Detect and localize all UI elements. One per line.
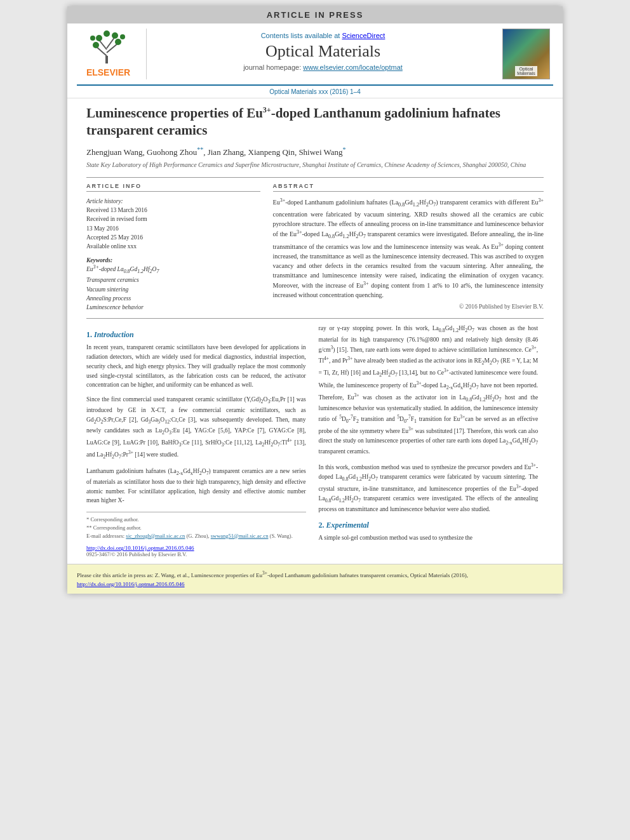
- intro-para-1: In recent years, transparent ceramic sci…: [86, 343, 306, 390]
- elsevier-logo: ELSEVIER: [77, 29, 147, 79]
- doi-footer: http://dx.doi.org/10.1016/j.optmat.2016.…: [86, 545, 306, 551]
- doi-line: Optical Materials xxx (2016) 1–4: [67, 86, 563, 98]
- right-para-1: ray or γ-ray stopping power. In this wor…: [319, 324, 539, 457]
- cover-label: OpticalMaterials: [515, 66, 537, 76]
- journal-title: Optical Materials: [153, 42, 493, 61]
- keyword-2: Transparent ceramics: [86, 276, 260, 284]
- intro-label: Introduction: [94, 330, 134, 339]
- article-title: Luminescence properties of Eu3+-doped La…: [86, 105, 544, 140]
- homepage-text: journal homepage:: [243, 63, 301, 71]
- sciencedirect-anchor[interactable]: ScienceDirect: [342, 32, 385, 39]
- abstract-text: Eu3+-doped Lanthanum gadolinium hafnates…: [273, 197, 544, 300]
- experimental-label: Experimental: [326, 521, 369, 530]
- footnote-star-star: ** Corresponding author.: [86, 524, 306, 532]
- elsevier-tree-icon: [83, 30, 134, 65]
- intro-heading: 1. Introduction: [86, 330, 306, 340]
- divider-1: [86, 177, 544, 178]
- citation-bar: Please cite this article in press as: Z.…: [67, 564, 563, 594]
- authors-line: Zhengjuan Wang, Guohong Zhou**, Jian Zha…: [86, 146, 544, 157]
- article-in-press-banner: ARTICLE IN PRESS: [67, 6, 563, 23]
- article-body: Luminescence properties of Eu3+-doped La…: [67, 98, 563, 564]
- intro-number: 1.: [86, 330, 92, 339]
- keyword-1: Eu3+-doped La0.8Gd1.2Hf2O7: [86, 263, 260, 276]
- keyword-4: Annealing process: [86, 294, 260, 303]
- main-body: 1. Introduction In recent years, transpa…: [86, 324, 544, 557]
- experimental-number: 2.: [319, 521, 325, 530]
- title-part1: Luminescence properties of Eu: [86, 105, 263, 121]
- divider-2: [86, 318, 544, 319]
- author-double-star: **: [197, 146, 203, 153]
- available-online: Available online xxx: [86, 242, 260, 251]
- article-info-col: ARTICLE INFO Article history: Received 1…: [86, 183, 260, 312]
- accepted-date: Accepted 25 May 2016: [86, 233, 260, 242]
- svg-point-5: [93, 42, 99, 48]
- experimental-para-1: A simple sol-gel combustion method was u…: [319, 533, 539, 543]
- article-info-label: ARTICLE INFO: [86, 183, 260, 192]
- svg-point-9: [104, 30, 110, 37]
- abstract-label: ABSTRACT: [273, 183, 544, 192]
- affiliation: State Key Laboratory of High Performance…: [86, 161, 544, 170]
- keywords-section: Keywords: Eu3+-doped La0.8Gd1.2Hf2O7 Tra…: [86, 257, 260, 312]
- banner-text: ARTICLE IN PRESS: [267, 10, 364, 20]
- elsevier-label: ELSEVIER: [86, 67, 130, 77]
- right-para-2: In this work, combustion method was used…: [319, 462, 539, 514]
- body-right-col: ray or γ-ray stopping power. In this wor…: [319, 324, 539, 557]
- article-info-abstract: ARTICLE INFO Article history: Received 1…: [86, 183, 544, 312]
- svg-line-3: [99, 40, 107, 50]
- email2-name: (S. Wang).: [270, 533, 293, 539]
- intro-para-2: Since the first commercial used transpar…: [86, 395, 306, 462]
- email-1-link[interactable]: sic_zhough@mail.sic.ac.cn: [126, 533, 185, 539]
- journal-center: Contents lists available at ScienceDirec…: [147, 29, 499, 79]
- contents-text: Contents lists available at: [261, 32, 340, 39]
- author-names: Zhengjuan Wang, Guohong Zhou: [86, 147, 197, 157]
- keyword-3: Vacuum sintering: [86, 285, 260, 294]
- journal-cover: OpticalMaterials: [499, 29, 553, 79]
- intro-para-3: Lanthanum gadolinium hafnates (La2-xGdxH…: [86, 467, 306, 505]
- experimental-heading: 2. Experimental: [319, 521, 539, 530]
- footnote-star: * Corresponding author.: [86, 516, 306, 524]
- homepage-url[interactable]: www.elsevier.com/locate/optmat: [303, 63, 403, 71]
- revised-date: 13 May 2016: [86, 224, 260, 233]
- body-left-col: 1. Introduction In recent years, transpa…: [86, 324, 306, 557]
- cover-image: OpticalMaterials: [502, 29, 550, 79]
- copyright: © 2016 Published by Elsevier B.V.: [273, 303, 544, 310]
- svg-point-8: [112, 32, 118, 39]
- svg-point-7: [96, 35, 102, 41]
- publisher-line: 0925-3467/© 2016 Published by Elsevier B…: [86, 551, 306, 557]
- email-label: E-mail addresses:: [86, 533, 124, 539]
- email1-name: (G. Zhou),: [187, 533, 210, 539]
- abstract-col: ABSTRACT Eu3+-doped Lanthanum gadolinium…: [273, 183, 544, 312]
- page: ARTICLE IN PRESS ELSEVIER: [67, 6, 563, 594]
- citation-doi-link[interactable]: http://dx.doi.org/10.1016/j.optmat.2016.…: [77, 581, 185, 587]
- svg-point-11: [120, 34, 125, 39]
- citation-text: Please cite this article in press as: Z.…: [77, 572, 468, 587]
- received-date: Received 13 March 2016: [86, 206, 260, 215]
- footnotes: * Corresponding author. ** Corresponding…: [86, 512, 306, 540]
- author-star: *: [343, 146, 346, 153]
- keyword-5: Luminescence behavior: [86, 303, 260, 312]
- footnote-email: E-mail addresses: sic_zhough@mail.sic.ac…: [86, 532, 306, 540]
- svg-line-2: [107, 43, 118, 53]
- article-history: Article history: Received 13 March 2016 …: [86, 197, 260, 251]
- email-2-link[interactable]: swwang51@mail.sic.ac.cn: [211, 533, 269, 539]
- author-names-rest: , Jian Zhang, Xianpeng Qin, Shiwei Wang: [203, 147, 342, 157]
- doi-link[interactable]: http://dx.doi.org/10.1016/j.optmat.2016.…: [86, 545, 194, 551]
- keywords-label: Keywords:: [86, 257, 260, 263]
- sciencedirect-link: Contents lists available at ScienceDirec…: [153, 32, 493, 39]
- svg-point-10: [90, 36, 95, 41]
- journal-header: ELSEVIER Contents lists available at Sci…: [77, 23, 553, 86]
- svg-point-6: [115, 39, 121, 45]
- title-superscript: 3+: [263, 105, 271, 114]
- received-revised-label: Received in revised form: [86, 215, 260, 223]
- journal-homepage: journal homepage: www.elsevier.com/locat…: [153, 63, 493, 71]
- svg-rect-0: [105, 56, 108, 63]
- history-label: Article history:: [86, 197, 260, 206]
